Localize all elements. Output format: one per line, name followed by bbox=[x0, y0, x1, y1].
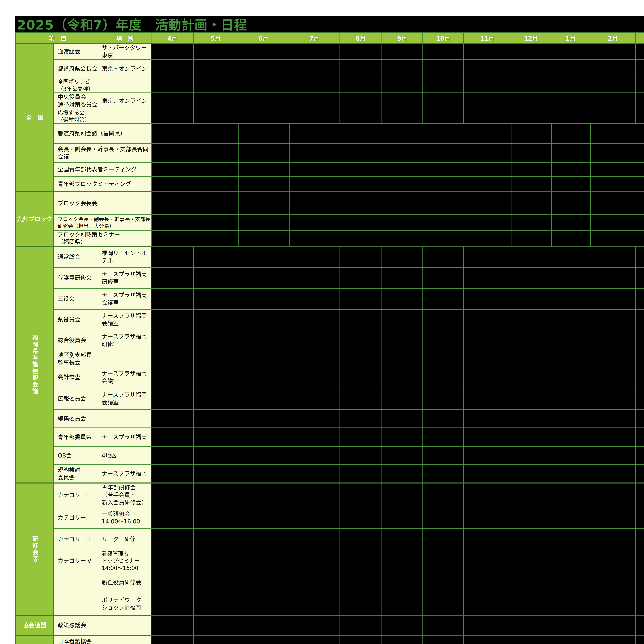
month-cell bbox=[590, 109, 635, 123]
item-cell: 応援する会 （選挙対策） bbox=[54, 109, 99, 123]
month-cell bbox=[193, 484, 238, 507]
schedule-row: 青年部ブロックミーティング bbox=[54, 176, 644, 191]
month-cell bbox=[238, 124, 289, 143]
month-cell bbox=[193, 289, 238, 309]
month-cell bbox=[238, 550, 289, 572]
month-cell bbox=[463, 388, 511, 409]
header-month: 10月 bbox=[422, 33, 463, 43]
schedule-row: 通常総会福岡リーセントホテル bbox=[54, 247, 644, 267]
month-cell bbox=[340, 231, 382, 246]
month-cell bbox=[551, 192, 590, 214]
month-cell bbox=[590, 447, 635, 464]
month-cell bbox=[590, 60, 635, 78]
month-cell bbox=[340, 144, 382, 162]
month-cell bbox=[289, 572, 340, 593]
month-cell bbox=[636, 231, 644, 246]
place-cell: ナースプラザ福岡 bbox=[99, 465, 151, 482]
month-cell bbox=[511, 428, 551, 446]
schedule-row: カテゴリーⅠ青年部研修会 （若手会員・ 新入会員研修会） bbox=[54, 484, 644, 507]
month-cell bbox=[382, 593, 422, 615]
month-cell bbox=[590, 268, 635, 288]
month-cell bbox=[238, 428, 289, 446]
month-cell bbox=[511, 247, 551, 267]
month-cell bbox=[636, 124, 644, 143]
place-cell: ナースプラザ福岡 会議室 bbox=[99, 367, 151, 388]
month-cell bbox=[551, 78, 590, 92]
month-cell bbox=[340, 529, 382, 550]
month-cell bbox=[423, 144, 464, 162]
month-cell bbox=[422, 60, 463, 78]
month-cell bbox=[635, 636, 644, 644]
month-cell bbox=[382, 177, 423, 191]
month-cell bbox=[194, 192, 238, 214]
month-cell bbox=[382, 367, 422, 388]
month-cell bbox=[511, 550, 551, 572]
item-cell: 青年部ブロックミーティング bbox=[54, 177, 151, 191]
month-cell bbox=[289, 550, 340, 572]
header-month: 6月 bbox=[238, 33, 289, 43]
month-cell bbox=[551, 215, 590, 230]
month-cell bbox=[511, 529, 551, 550]
month-cell bbox=[511, 447, 551, 464]
month-cell bbox=[340, 163, 382, 176]
month-cell bbox=[422, 572, 463, 593]
month-cell bbox=[551, 616, 590, 635]
section-rows: ブロック会長会ブロック会長・副会長・幹事長・支部長 研修会（担当：大分県）ブロッ… bbox=[54, 192, 644, 246]
month-cell bbox=[289, 447, 340, 464]
month-cell bbox=[340, 124, 382, 143]
month-cell bbox=[511, 144, 551, 162]
month-cell bbox=[238, 247, 289, 267]
month-cell bbox=[340, 289, 382, 309]
month-cell bbox=[238, 616, 289, 635]
place-cell: 4地区 bbox=[99, 447, 151, 464]
month-cell bbox=[551, 388, 590, 409]
month-cell bbox=[590, 310, 635, 330]
month-cell bbox=[193, 367, 238, 388]
header-month: 8月 bbox=[340, 33, 382, 43]
month-cell bbox=[511, 124, 551, 143]
month-cell bbox=[590, 289, 635, 309]
month-cell bbox=[635, 465, 644, 482]
month-cell bbox=[511, 109, 551, 123]
month-cell bbox=[340, 330, 382, 351]
month-cell bbox=[422, 616, 463, 635]
month-cell bbox=[463, 351, 511, 367]
month-cell bbox=[193, 465, 238, 482]
month-cell bbox=[551, 60, 590, 78]
month-cell bbox=[464, 144, 511, 162]
month-cell bbox=[464, 231, 511, 246]
month-cell bbox=[151, 636, 193, 644]
schedule-row: カテゴリーⅡ一般研修会 14:00～16:00 bbox=[54, 507, 644, 528]
schedule-row: 青年部委員会ナースプラザ福岡 bbox=[54, 427, 644, 446]
month-cell bbox=[590, 484, 635, 507]
month-cell bbox=[590, 529, 635, 550]
month-cell bbox=[590, 572, 635, 593]
month-cell bbox=[151, 410, 193, 427]
schedule-row: 新任役員研修会 bbox=[54, 572, 644, 593]
month-cell bbox=[238, 484, 289, 507]
item-cell: 総合役員会 bbox=[54, 330, 99, 351]
month-cell bbox=[551, 484, 590, 507]
schedule-row: 規約検討 委員会ナースプラザ福岡 bbox=[54, 464, 644, 482]
header-month: 3月 bbox=[635, 33, 644, 43]
month-cell bbox=[151, 484, 193, 507]
month-cell bbox=[551, 231, 590, 246]
month-cell bbox=[590, 192, 636, 214]
section-rows: 日本看護協会 通常総会日看連・日看 協合同会議福岡県看護協会 通常総会 bbox=[54, 636, 644, 644]
month-cell bbox=[382, 44, 422, 59]
month-cell bbox=[382, 247, 422, 267]
month-cell bbox=[590, 144, 636, 162]
month-cell bbox=[635, 507, 644, 528]
month-cell bbox=[511, 44, 551, 59]
month-cell bbox=[194, 215, 238, 230]
month-cell bbox=[340, 177, 382, 191]
month-cell bbox=[590, 616, 635, 635]
place-cell: ナースプラザ福岡 研修室 bbox=[99, 330, 151, 351]
month-cell bbox=[590, 351, 635, 367]
month-cell bbox=[382, 231, 423, 246]
place-cell: ナースプラザ福岡 会議室 bbox=[99, 388, 151, 409]
schedule-row: ブロック会長・副会長・幹事長・支部長 研修会（担当：大分県） bbox=[54, 214, 644, 230]
month-cell bbox=[551, 367, 590, 388]
month-cell bbox=[238, 330, 289, 351]
month-cell bbox=[590, 388, 635, 409]
